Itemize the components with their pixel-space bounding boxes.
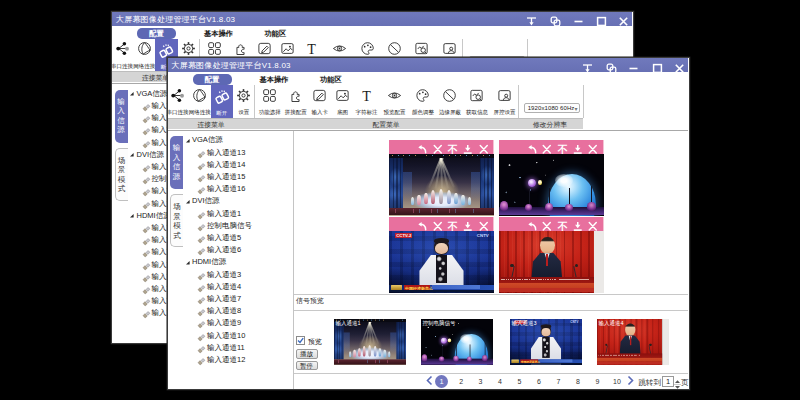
svg-text:T: T: [307, 41, 316, 56]
svg-text:T: T: [362, 88, 371, 103]
